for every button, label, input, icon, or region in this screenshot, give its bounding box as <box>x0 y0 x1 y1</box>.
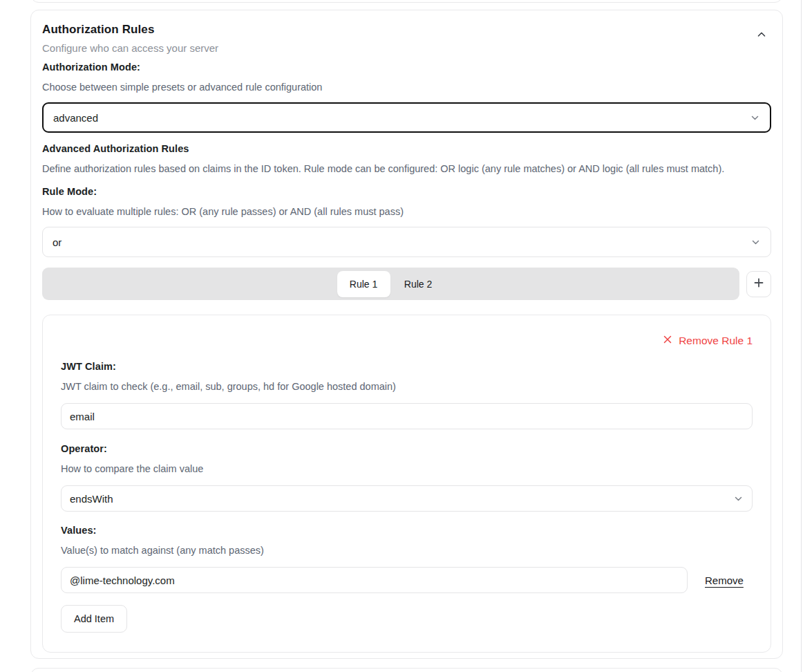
jwt-claim-input[interactable] <box>61 403 753 429</box>
authorization-mode-description: Choose between simple presets or advance… <box>42 80 771 94</box>
values-label: Values: <box>61 523 753 537</box>
authorization-mode-value: advanced <box>53 112 98 124</box>
chevron-down-icon <box>750 237 761 248</box>
operator-label: Operator: <box>61 442 753 456</box>
value-item-row: Remove <box>61 567 753 593</box>
add-rule-button[interactable] <box>746 271 771 297</box>
jwt-claim-label: JWT Claim: <box>61 360 753 373</box>
chevron-down-icon <box>750 113 760 123</box>
plus-icon <box>753 277 764 290</box>
previous-card-edge <box>30 0 783 3</box>
card-header-text: Authorization Rules Configure who can ac… <box>42 21 218 56</box>
operator-value: endsWith <box>70 493 113 505</box>
jwt-claim-description: JWT claim to check (e.g., email, sub, gr… <box>61 380 753 393</box>
chevron-down-icon <box>733 494 744 504</box>
advanced-rules-description: Define authorization rules based on clai… <box>42 162 771 176</box>
advanced-rules-label: Advanced Authorization Rules <box>42 142 771 156</box>
close-icon <box>663 335 672 347</box>
rule-1-card: Remove Rule 1 JWT Claim: JWT claim to ch… <box>42 315 771 653</box>
operator-description: How to compare the claim value <box>61 462 753 476</box>
remove-rule-label: Remove Rule 1 <box>679 335 753 347</box>
rule-mode-label: Rule Mode: <box>42 185 771 198</box>
next-card-edge <box>30 668 783 672</box>
section-subtitle: Configure who can access your server <box>42 41 218 56</box>
add-item-button[interactable]: Add Item <box>61 605 127 633</box>
tab-rule-2[interactable]: Rule 2 <box>392 271 445 297</box>
remove-rule-button[interactable]: Remove Rule 1 <box>663 335 753 347</box>
rule-mode-description: How to evaluate multiple rules: OR (any … <box>42 205 771 218</box>
rule-tabs-bar: Rule 1 Rule 2 <box>42 268 739 300</box>
viewport-edge-divider <box>801 0 802 672</box>
section-title: Authorization Rules <box>42 21 218 38</box>
operator-select[interactable]: endsWith <box>61 485 753 512</box>
rule-mode-select[interactable]: or <box>42 227 771 257</box>
chevron-up-icon <box>757 30 766 41</box>
value-input[interactable] <box>61 567 688 593</box>
authorization-mode-label: Authorization Mode: <box>42 60 771 74</box>
authorization-mode-select[interactable]: advanced <box>42 102 771 133</box>
rule-tabs-row: Rule 1 Rule 2 <box>42 268 771 300</box>
tab-rule-1[interactable]: Rule 1 <box>337 271 390 297</box>
card-header: Authorization Rules Configure who can ac… <box>42 21 771 56</box>
collapse-section-button[interactable] <box>752 26 771 45</box>
remove-rule-row: Remove Rule 1 <box>61 335 753 347</box>
remove-value-link[interactable]: Remove <box>705 575 744 586</box>
rule-mode-value: or <box>53 236 62 248</box>
values-description: Value(s) to match against (any match pas… <box>61 543 753 557</box>
authorization-rules-card: Authorization Rules Configure who can ac… <box>30 10 783 659</box>
